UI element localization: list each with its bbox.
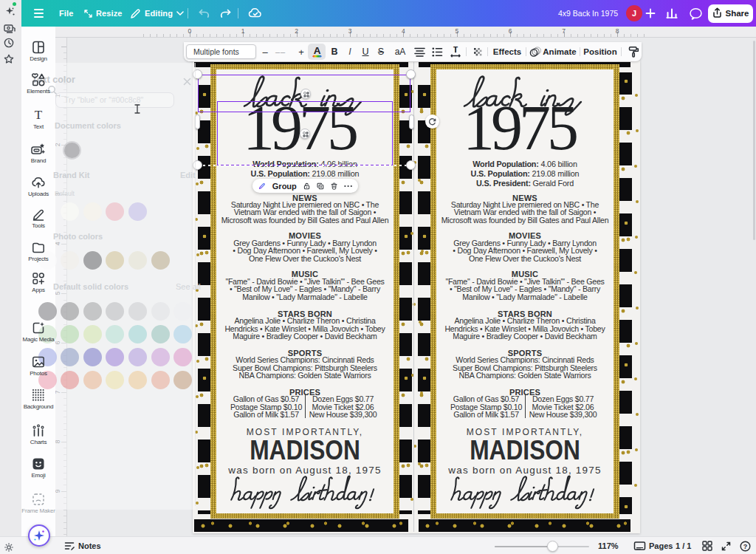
svg-text:A: A <box>313 45 320 56</box>
svg-text:?: ? <box>743 542 748 550</box>
